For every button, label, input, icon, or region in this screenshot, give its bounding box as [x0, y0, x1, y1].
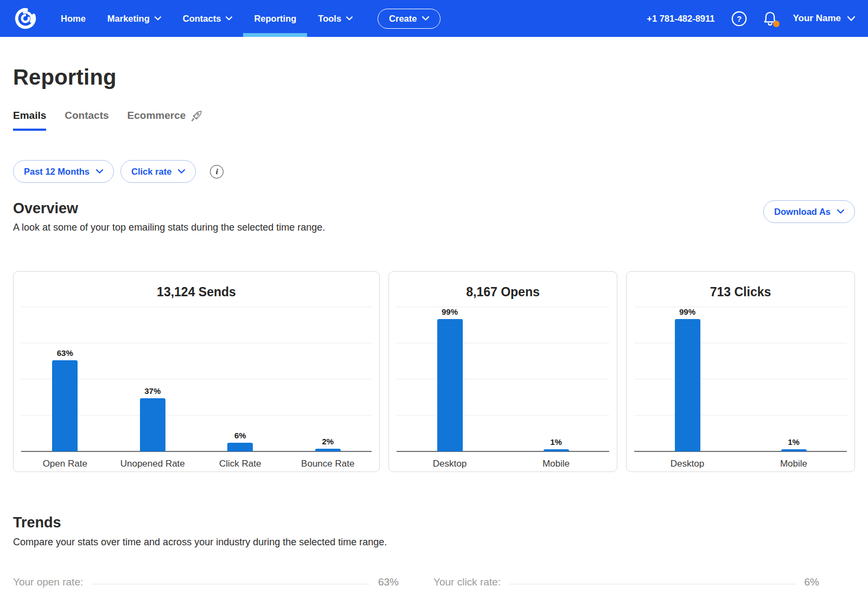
- trend-stat-label: Your open rate:: [13, 576, 83, 588]
- support-phone-number[interactable]: +1 781-482-8911: [647, 14, 714, 24]
- filter-bar: Past 12 Months Click rate i: [13, 160, 855, 183]
- report-tabs: EmailsContactsEcommerce: [13, 109, 855, 131]
- metric-dropdown[interactable]: Click rate: [120, 160, 196, 183]
- main-content: Reporting EmailsContactsEcommerce Past 1…: [0, 65, 868, 588]
- chevron-down-icon: [837, 209, 844, 214]
- bar-value-label: 1%: [550, 437, 562, 447]
- nav-item-home[interactable]: Home: [50, 0, 97, 37]
- bar: [675, 319, 700, 451]
- nav-item-reporting[interactable]: Reporting: [243, 0, 307, 37]
- bar-value-label: 6%: [234, 431, 246, 440]
- bar-column: 1%: [503, 307, 609, 451]
- metric-value: Click rate: [131, 167, 171, 177]
- leader-line: [92, 584, 369, 584]
- tab-label: Contacts: [65, 110, 108, 122]
- user-name: Your Name: [793, 13, 841, 24]
- chevron-down-icon: [226, 16, 232, 21]
- bar-column: 99%: [634, 307, 741, 451]
- svg-text:?: ?: [736, 14, 741, 23]
- x-axis-label: Desktop: [397, 451, 503, 469]
- x-axis-label: Open Rate: [21, 451, 109, 469]
- nav-item-label: Home: [61, 14, 86, 24]
- chart-plot-area: 99%1%: [634, 307, 847, 451]
- bar-value-label: 63%: [57, 348, 73, 358]
- create-button-label: Create: [389, 14, 417, 24]
- chevron-down-icon: [155, 16, 161, 21]
- top-nav: HomeMarketingContactsReportingTools Crea…: [0, 0, 868, 37]
- x-axis-label: Unopened Rate: [109, 451, 197, 469]
- chart-title: 13,124 Sends: [14, 284, 379, 300]
- nav-item-tools[interactable]: Tools: [307, 0, 363, 37]
- nav-item-marketing[interactable]: Marketing: [97, 0, 172, 37]
- constant-contact-logo-icon[interactable]: [13, 6, 38, 31]
- nav-item-label: Reporting: [254, 14, 296, 24]
- trend-stat-value: 6%: [805, 576, 819, 588]
- bar: [437, 319, 463, 451]
- chevron-down-icon: [178, 169, 185, 174]
- x-axis-labels: DesktopMobile: [397, 451, 609, 469]
- x-axis-labels: Open RateUnopened RateClick RateBounce R…: [21, 451, 372, 469]
- trends-heading: Trends: [13, 514, 855, 531]
- bar: [227, 443, 253, 451]
- nav-item-contacts[interactable]: Contacts: [172, 0, 244, 37]
- bars-row: 99%1%: [634, 307, 847, 451]
- notifications-button[interactable]: [763, 11, 777, 26]
- overview-heading: Overview: [13, 200, 325, 217]
- chevron-down-icon: [847, 16, 855, 21]
- download-as-label: Download As: [774, 207, 831, 217]
- user-account-menu[interactable]: Your Name: [793, 13, 856, 24]
- chart-title: 8,167 Opens: [389, 284, 617, 300]
- trends-stats: Your open rate:63%Your click rate:6%: [13, 576, 855, 588]
- rocket-icon: [190, 109, 203, 122]
- nav-right: +1 781-482-8911 ? Your Name: [647, 11, 855, 27]
- chart-plot-area: 63%37%6%2%: [21, 307, 372, 451]
- time-range-value: Past 12 Months: [24, 167, 90, 177]
- page-title: Reporting: [13, 65, 855, 90]
- trends-subheading: Compare your stats over time and across …: [13, 537, 855, 548]
- create-button[interactable]: Create: [378, 9, 441, 29]
- trends-section: Trends Compare your stats over time and …: [13, 514, 855, 588]
- x-axis-labels: DesktopMobile: [634, 451, 847, 469]
- x-axis-label: Click Rate: [196, 451, 284, 469]
- nav-menu: HomeMarketingContactsReportingTools: [50, 0, 363, 37]
- tab-ecommerce[interactable]: Ecommerce: [127, 109, 204, 131]
- overview-chart-card: 8,167 Opens99%1%DesktopMobile: [388, 271, 617, 472]
- bars-row: 63%37%6%2%: [21, 307, 372, 451]
- overview-charts: 13,124 Sends63%37%6%2%Open RateUnopened …: [13, 271, 855, 472]
- bar: [781, 449, 807, 451]
- question-mark-icon: ?: [731, 11, 747, 27]
- time-range-dropdown[interactable]: Past 12 Months: [13, 160, 114, 183]
- x-axis-label: Mobile: [503, 451, 609, 469]
- overview-subheading: A look at some of your top emailing stat…: [13, 222, 325, 233]
- bar-value-label: 2%: [322, 437, 334, 446]
- bar-column: 37%: [109, 307, 197, 451]
- x-axis-label: Desktop: [634, 451, 741, 469]
- bars-row: 99%1%: [397, 307, 609, 451]
- leader-line: [509, 584, 796, 584]
- overview-header: Overview A look at some of your top emai…: [13, 200, 855, 233]
- tab-contacts[interactable]: Contacts: [65, 109, 108, 131]
- nav-item-label: Marketing: [107, 14, 150, 24]
- tab-emails[interactable]: Emails: [13, 109, 46, 131]
- bar: [52, 360, 78, 451]
- trend-stat-label: Your click rate:: [433, 576, 501, 588]
- nav-item-label: Contacts: [183, 14, 221, 24]
- trend-stat: Your click rate:6%: [433, 576, 819, 588]
- chevron-down-icon: [96, 169, 103, 174]
- nav-item-label: Tools: [318, 14, 341, 24]
- bar-column: 2%: [284, 307, 372, 451]
- tab-label: Emails: [13, 110, 46, 122]
- notification-dot: [773, 21, 780, 27]
- overview-chart-card: 713 Clicks99%1%DesktopMobile: [626, 271, 855, 472]
- chevron-down-icon: [422, 16, 429, 21]
- bar-value-label: 99%: [442, 307, 458, 316]
- help-button[interactable]: ?: [731, 11, 747, 27]
- bar-value-label: 99%: [679, 307, 695, 316]
- download-as-button[interactable]: Download As: [763, 200, 855, 223]
- info-icon[interactable]: i: [210, 165, 224, 179]
- bar: [140, 398, 165, 451]
- bar: [544, 449, 569, 451]
- bar-value-label: 1%: [788, 437, 800, 447]
- x-axis-label: Bounce Rate: [284, 451, 372, 469]
- chart-plot-area: 99%1%: [397, 307, 609, 451]
